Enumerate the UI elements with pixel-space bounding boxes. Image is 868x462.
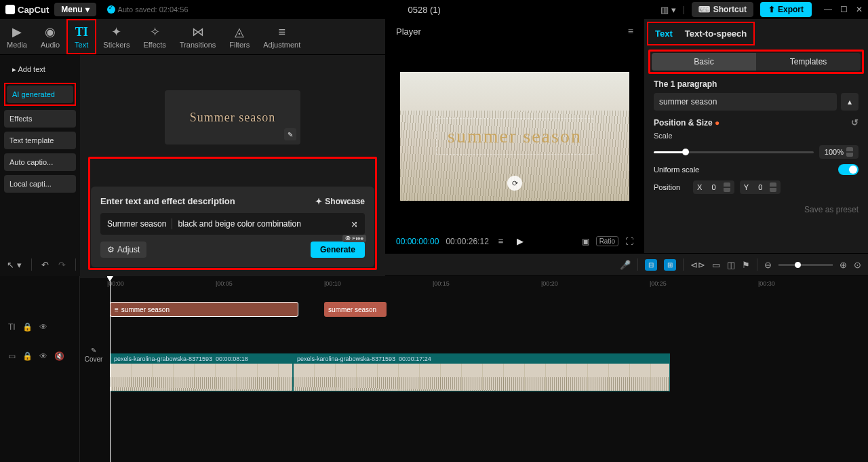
flag-icon[interactable]: ⚑ <box>742 260 750 270</box>
uniform-scale-label: Uniform scale <box>654 166 833 174</box>
showcase-button[interactable]: ✦ Showcase <box>315 197 365 206</box>
collapse-button[interactable]: ▴ <box>841 93 859 111</box>
player-panel: Player ≡ summer season ⟳ 00:00:00:00 00:… <box>385 19 644 253</box>
position-row: Position X 0 Y 0 <box>654 180 859 194</box>
position-y-input[interactable]: Y 0 <box>740 180 781 194</box>
audio-icon: ◉ <box>45 24 56 39</box>
uniform-row: Uniform scale <box>654 164 859 175</box>
tab-effects[interactable]: ✧Effects <box>136 19 172 54</box>
sidebar-item-text-template[interactable]: Text template <box>4 132 76 149</box>
transitions-icon: ⋈ <box>192 24 204 39</box>
redo-button[interactable]: ↷ <box>58 260 66 270</box>
lock-icon[interactable]: 🔒 <box>22 351 33 361</box>
zoom-in-button[interactable]: ⊕ <box>840 260 847 270</box>
spinner-icon[interactable] <box>846 147 853 157</box>
tab-tts[interactable]: Text-to-speech <box>685 28 747 39</box>
sidebar-item-ai-generated[interactable]: AI generated <box>7 85 73 103</box>
linkage-icon[interactable]: ▭ <box>712 260 720 270</box>
layout-icon[interactable]: ▥ ▾ <box>660 5 676 15</box>
position-x-input[interactable]: X 0 <box>693 180 734 194</box>
selection-tool[interactable]: ↖ ▾ <box>7 260 22 270</box>
shuffle-icon[interactable]: ⤨ <box>351 219 358 229</box>
video-clip-2[interactable]: pexels-karolina-grabowska-8371593 00:00:… <box>293 353 670 391</box>
scale-value[interactable]: 100% <box>819 145 859 159</box>
close-button[interactable]: ✕ <box>856 5 863 14</box>
mic-icon[interactable]: 🎤 <box>620 260 631 270</box>
tab-stickers[interactable]: ✦Stickers <box>96 19 136 54</box>
undo-button[interactable]: ↶ <box>41 260 49 270</box>
maximize-button[interactable]: ☐ <box>840 5 848 14</box>
play-button[interactable]: ▶ <box>517 236 524 246</box>
export-label: Export <box>778 5 804 14</box>
eye-icon[interactable]: 👁 <box>39 322 47 332</box>
text-clip-1[interactable]: ≡ summer season <box>110 302 298 317</box>
tab-transitions[interactable]: ⋈Transitions <box>173 19 222 54</box>
tab-filters[interactable]: ◬Filters <box>222 19 256 54</box>
generate-button[interactable]: Generate <box>311 242 365 258</box>
tab-media[interactable]: ▶Media <box>0 19 34 54</box>
cover-button[interactable]: ✎ Cover <box>79 341 108 368</box>
playhead[interactable] <box>110 276 111 462</box>
sidebar-item-effects[interactable]: Effects <box>4 110 76 128</box>
ai-input-row[interactable]: Summer season black and beige color comb… <box>100 213 365 235</box>
subtab-templates[interactable]: Templates <box>756 53 861 71</box>
sidebar-item-auto-captions[interactable]: Auto captio... <box>4 153 76 171</box>
edit-icon[interactable]: ✎ <box>284 128 296 140</box>
filters-icon: ◬ <box>235 24 244 39</box>
shortcut-button[interactable]: ⌨ Shortcut <box>692 2 753 17</box>
save-preset-button[interactable]: Save as preset <box>644 199 868 220</box>
timeline-track-headers: TI 🔒 👁 ▭ 🔒 👁 🔇 <box>0 276 80 462</box>
mute-icon[interactable]: 🔇 <box>54 351 64 361</box>
text-preview-thumb[interactable]: Summer season ✎ <box>165 90 300 145</box>
timeline-ruler[interactable]: |00:00 |00:05 |00:10 |00:15 |00:20 |00:2… <box>107 276 868 292</box>
scale-row: 100% <box>654 145 859 159</box>
stickers-icon: ✦ <box>111 24 121 39</box>
export-button[interactable]: ⬆ Export <box>760 2 812 17</box>
spinner-icon[interactable] <box>724 182 730 192</box>
zoom-slider[interactable] <box>778 264 833 266</box>
left-panel: ▶Media ◉Audio TIText ✦Stickers ✧Effects … <box>0 19 385 253</box>
refresh-icon[interactable]: ⟳ <box>507 176 522 191</box>
subtab-basic[interactable]: Basic <box>652 53 756 71</box>
video-overlay-text[interactable]: summer season <box>436 118 593 155</box>
fullscreen-icon[interactable]: ⛶ <box>625 237 633 246</box>
preview-text: Summer season <box>190 111 275 125</box>
sidebar-item-add-text[interactable]: ▸ Add text <box>4 60 76 79</box>
player-menu-icon[interactable]: ≡ <box>628 26 633 37</box>
ratio-button[interactable]: Ratio <box>596 236 618 246</box>
reset-icon[interactable]: ↺ <box>851 117 859 128</box>
tab-adjustment[interactable]: ≡Adjustment <box>256 19 307 54</box>
tab-audio[interactable]: ◉Audio <box>34 19 66 54</box>
text-content-input[interactable]: summer season <box>654 93 837 111</box>
adjust-button[interactable]: ⚙ Adjust <box>100 242 146 258</box>
text-canvas-area: Summer season ✎ Enter text and effect de… <box>80 55 385 278</box>
magnet-main-button[interactable]: ⊟ <box>645 259 657 271</box>
ai-text-input[interactable]: Summer season <box>107 219 166 229</box>
effects-icon: ✧ <box>150 24 160 39</box>
text-clip-2[interactable]: summer season <box>324 302 387 317</box>
tab-text[interactable]: TIText <box>66 19 96 54</box>
scale-slider[interactable] <box>654 151 814 153</box>
duration: 00:00:26:12 <box>446 237 488 246</box>
ai-effect-input[interactable]: black and beige color combination <box>178 219 300 229</box>
snap-icon[interactable]: ⊲⊳ <box>690 260 705 270</box>
keyboard-icon: ⌨ <box>698 5 710 14</box>
uniform-scale-toggle[interactable] <box>838 164 859 175</box>
player-controls: 00:00:00:00 00:00:26:12 ≡ ▶ ▣ Ratio ⛶ <box>388 229 642 253</box>
spinner-icon[interactable] <box>770 182 776 192</box>
preview-axis-icon[interactable]: ◫ <box>727 260 735 270</box>
eye-icon[interactable]: 👁 <box>39 351 47 361</box>
video-clip-1[interactable]: pexels-karolina-grabowska-8371593 00:00:… <box>110 353 293 391</box>
timeline-tracks[interactable]: |00:00 |00:05 |00:10 |00:15 |00:20 |00:2… <box>107 276 868 462</box>
magnet-track-button[interactable]: ⊞ <box>664 259 676 271</box>
zoom-out-button[interactable]: ⊖ <box>764 260 772 270</box>
menu-button[interactable]: Menu ▾ <box>54 3 96 16</box>
lock-icon[interactable]: 🔒 <box>22 322 33 332</box>
zoom-fit-button[interactable]: ⊙ <box>854 260 861 270</box>
minimize-button[interactable]: — <box>824 5 832 14</box>
sidebar-item-local-captions[interactable]: Local capti... <box>4 175 76 193</box>
volume-icon[interactable]: ≡ <box>498 236 504 246</box>
tab-text-inspector[interactable]: Text <box>655 28 673 39</box>
player-viewport[interactable]: summer season ⟳ <box>388 43 642 229</box>
crop-icon[interactable]: ▣ <box>582 237 589 246</box>
